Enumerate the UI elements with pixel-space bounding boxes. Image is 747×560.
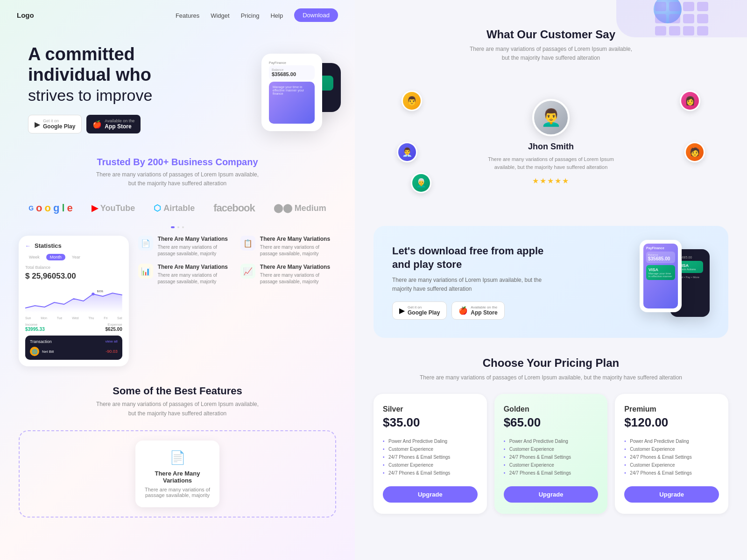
total-balance-label: Total Balance	[25, 265, 122, 270]
google-play-btn[interactable]: ▶ Get it on Google Play	[28, 115, 82, 133]
pricing-desc: There are many variations of passages of…	[374, 373, 728, 382]
google-play-label: Get it on	[43, 119, 75, 123]
download-section: Let's download free from apple and play …	[374, 226, 728, 338]
feature-item-2: 📋 There Are Many Variations There are ma…	[240, 236, 336, 257]
pricing-cards: Silver $35.00 Power And Predictive Dalin…	[374, 394, 728, 514]
feature-premium-4: Customer Experience	[624, 461, 719, 469]
plan-name-premium: Premium	[624, 405, 719, 413]
download-button[interactable]: Download	[294, 8, 338, 22]
plan-price-silver: $35.00	[383, 415, 478, 430]
app-store-download-btn[interactable]: 🍎 Available on the App Store	[451, 301, 504, 320]
download-desc: There are many variations of Lorem Ipsum…	[392, 276, 551, 294]
feature-desc-3: There are many variations of passage sav…	[158, 272, 234, 285]
carousel-dots	[0, 226, 355, 228]
transaction-title: Transaction	[30, 339, 52, 344]
brand-youtube: ▶ YouTube	[92, 203, 135, 213]
feature-golden-4: Customer Experience	[504, 461, 599, 469]
main-testimonial: 👨‍🦱 Jhon Smith There are many variations…	[486, 99, 616, 185]
feature-silver-2: Customer Experience	[383, 445, 478, 453]
tab-month[interactable]: Month	[46, 254, 65, 260]
nav-pricing[interactable]: Pricing	[241, 12, 260, 19]
dot-2[interactable]	[177, 226, 179, 228]
navbar: Logo Features Widget Pricing Help Downlo…	[0, 0, 355, 30]
feature-icon-4: 📈	[240, 264, 255, 279]
reviewer-name: Jhon Smith	[486, 142, 616, 152]
feature-item-3: 📊 There Are Many Variations There are ma…	[138, 264, 234, 285]
transaction-amount: -90.03	[106, 349, 118, 354]
stats-tabs: Week Month Year	[25, 254, 122, 260]
nav-features[interactable]: Features	[176, 12, 199, 19]
brand-facebook: facebook	[213, 202, 255, 214]
best-features-title: Some of the Best Features	[19, 385, 336, 397]
feature-premium-5: 24/7 Phones & Email Settings	[624, 469, 719, 477]
feature-item-1: 📄 There Are Many Variations There are ma…	[138, 236, 234, 257]
avatar-5: 🧑	[684, 142, 705, 162]
google-play-dl-icon: ▶	[399, 306, 405, 315]
nav-links: Features Widget Pricing Help Download	[176, 8, 338, 22]
nav-help[interactable]: Help	[270, 12, 283, 19]
transaction-item: 🌐 Net Bill -90.03	[30, 347, 118, 356]
pricing-section: Choose Your Pricing Plan There are many …	[355, 343, 747, 527]
avatar-3: 👨‍🦳	[411, 173, 431, 193]
upgrade-btn-premium[interactable]: Upgrade	[624, 486, 719, 503]
left-panel: Logo Features Widget Pricing Help Downlo…	[0, 0, 355, 560]
hero-section: A committed individual who strives to im…	[0, 30, 355, 143]
feature-title-3: There Are Many Variations	[158, 264, 234, 270]
plan-price-golden: $65.00	[504, 415, 599, 430]
stats-card: ← Statistics Week Month Year Total Balan…	[19, 236, 129, 366]
plan-features-golden: Power And Predictive Daling Customer Exp…	[504, 437, 599, 477]
tab-week[interactable]: Week	[25, 254, 43, 260]
feature-icon-3: 📊	[138, 264, 153, 279]
trusted-desc: There are many variations of passages of…	[19, 170, 336, 188]
app-store-dl-name: App Store	[471, 309, 497, 316]
dl-phone-1: PayFinance Balance $35685.00 VISA Manage…	[640, 240, 682, 312]
best-features-section: Some of the Best Features There are many…	[0, 376, 355, 422]
google-play-download-btn[interactable]: ▶ Get it on Google Play	[392, 301, 447, 320]
feature-premium-1: Power And Predictive Daling	[624, 437, 719, 445]
app-store-dl-label: Available on the	[471, 305, 497, 309]
income-value: $3995.33	[25, 327, 45, 332]
download-phones: PayFinance Balance $35685.00 VISA Manage…	[607, 240, 710, 324]
pricing-title: Choose Your Pricing Plan	[374, 357, 728, 370]
view-all-link[interactable]: view all	[105, 339, 117, 344]
phone-mockup: PayFinance Balance $35685.00 Manage your…	[210, 54, 341, 156]
feature-premium-3: 24/7 Phones & Email Settings	[624, 453, 719, 461]
tab-year[interactable]: Year	[68, 254, 84, 260]
brand-medium: ⬤⬤ Medium	[274, 203, 326, 213]
avatar-1: 👨	[402, 91, 422, 111]
dot-1[interactable]	[171, 226, 175, 228]
brand-airtable: ⬡ Airtable	[154, 203, 195, 213]
nav-widget[interactable]: Widget	[211, 12, 229, 19]
app-store-label: Available on the	[105, 119, 134, 123]
download-content: Let's download free from apple and play …	[392, 245, 551, 320]
phone-main: PayFinance Balance $35685.00 Manage your…	[261, 54, 322, 131]
grid-decoration	[655, 2, 708, 35]
feature-silver-3: 24/7 Phones & Email Settings	[383, 453, 478, 461]
transaction-name: Net Bill	[42, 350, 54, 354]
feature-golden-2: Customer Experience	[504, 445, 599, 453]
app-store-btn[interactable]: 🍎 Available on the App Store	[86, 115, 141, 133]
expense-label: Expense	[106, 322, 122, 327]
upgrade-btn-silver[interactable]: Upgrade	[383, 486, 478, 503]
upgrade-btn-golden[interactable]: Upgrade	[504, 486, 599, 503]
dot-3[interactable]	[182, 226, 184, 228]
feature-desc-4: There are many variations of passage sav…	[260, 272, 336, 285]
plan-features-silver: Power And Predictive Daling Customer Exp…	[383, 437, 478, 477]
feature-icon-2: 📋	[240, 236, 255, 251]
brand-google: Google	[28, 202, 73, 214]
feature-golden-1: Power And Predictive Daling	[504, 437, 599, 445]
pricing-card-golden: Golden $65.00 Power And Predictive Dalin…	[494, 394, 608, 514]
feature-golden-5: 24/7 Phones & Email Settings	[504, 469, 599, 477]
download-title: Let's download free from apple and play …	[392, 245, 551, 271]
google-play-icon: ▶	[35, 120, 40, 129]
feature-title-4: There Are Many Variations	[260, 264, 336, 270]
showcase-title: There Are Many Variations	[145, 470, 210, 484]
feature-item-4: 📈 There Are Many Variations There are ma…	[240, 264, 336, 285]
features-grid: 📄 There Are Many Variations There are ma…	[138, 236, 336, 285]
google-play-name: Google Play	[43, 123, 75, 130]
back-arrow-icon[interactable]: ←	[25, 243, 31, 249]
right-panel: What Our Customer Say There are many var…	[355, 0, 747, 560]
mini-chart: $231	[25, 285, 122, 313]
transaction-icon: 🌐	[30, 347, 39, 356]
features-section: ← Statistics Week Month Year Total Balan…	[0, 231, 355, 376]
